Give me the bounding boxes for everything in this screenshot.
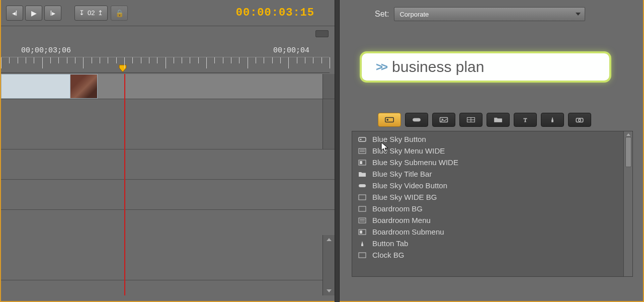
library-item[interactable]: Blue Sky Video Button xyxy=(352,180,623,191)
filter-text-button[interactable]: T xyxy=(514,113,537,127)
svg-rect-14 xyxy=(359,137,366,141)
panel-options-icon[interactable] xyxy=(315,30,329,37)
set-dropdown-value: Corporate xyxy=(399,11,429,18)
filter-camera-button[interactable] xyxy=(568,113,591,127)
step-back-button[interactable]: ◂I xyxy=(6,6,23,21)
svg-rect-10 xyxy=(552,121,553,122)
svg-point-12 xyxy=(579,119,581,122)
track-scroll-stub[interactable] xyxy=(323,99,335,149)
bg-icon xyxy=(357,194,367,200)
panel-divider[interactable] xyxy=(335,0,340,302)
filter-image-button[interactable] xyxy=(432,113,455,127)
svg-rect-20 xyxy=(360,161,362,164)
filter-folder-button[interactable] xyxy=(487,113,510,127)
library-item[interactable]: Button Tab xyxy=(352,238,623,249)
preview-label: business plan xyxy=(392,58,484,76)
filter-grid-button[interactable] xyxy=(459,113,482,127)
jog-right-icon: ↥ xyxy=(98,9,103,17)
library-item-label: Button Tab xyxy=(372,239,408,248)
jog-value: 02 xyxy=(88,9,95,17)
svg-rect-21 xyxy=(359,184,366,187)
ruler-end-label: 00;00;04 xyxy=(273,46,309,55)
bg-icon xyxy=(357,252,367,258)
empty-track-2[interactable] xyxy=(1,149,335,180)
scroll-up-icon[interactable] xyxy=(626,133,630,136)
library-item-label: Blue Sky Menu WIDE xyxy=(372,146,445,155)
playhead-line[interactable] xyxy=(124,74,125,295)
timeline-panel: ◂I ▶ I▸ ↧ 02 ↥ 🔒 00:00:03:15 00;00;03;06… xyxy=(0,0,335,302)
empty-track-3[interactable] xyxy=(1,180,335,210)
submenu-icon xyxy=(357,160,367,166)
svg-rect-28 xyxy=(360,231,362,234)
transport-bar: ◂I ▶ I▸ ↧ 02 ↥ 🔒 00:00:03:15 xyxy=(1,0,335,26)
svg-rect-23 xyxy=(359,206,366,211)
library-list: Blue Sky ButtonBlue Sky Menu WIDEBlue Sk… xyxy=(352,131,633,277)
filter-tab-button[interactable] xyxy=(541,113,564,127)
set-selector-row: Set: Corporate xyxy=(375,7,633,21)
video-track-1[interactable] xyxy=(1,74,335,99)
chevron-down-icon xyxy=(576,13,581,16)
library-item-label: Boardroom Menu xyxy=(372,216,431,224)
play-button[interactable]: ▶ xyxy=(25,6,42,21)
menu-icon xyxy=(357,217,367,223)
step-forward-button[interactable]: I▸ xyxy=(44,6,61,21)
time-ruler[interactable]: 00;00;03;06 00;00;04 xyxy=(1,46,335,73)
svg-rect-30 xyxy=(359,253,366,258)
ruler-start-label: 00;00;03;06 xyxy=(21,46,71,55)
empty-track-1[interactable] xyxy=(1,99,335,149)
scroll-up-icon[interactable] xyxy=(327,238,332,241)
library-item[interactable]: Clock BG xyxy=(352,249,623,261)
library-item[interactable]: Boardroom Menu xyxy=(352,214,623,226)
template-preview-button[interactable]: >> business plan xyxy=(360,51,611,83)
svg-rect-22 xyxy=(359,195,366,200)
jog-control[interactable]: ↧ 02 ↥ xyxy=(74,6,108,21)
lock-button[interactable]: 🔒 xyxy=(111,6,128,21)
library-scrollbar[interactable] xyxy=(623,131,632,276)
filter-pill-button[interactable] xyxy=(405,113,428,127)
empty-track-4[interactable] xyxy=(1,210,335,280)
tab-icon xyxy=(357,241,367,247)
library-item-label: Blue Sky Video Button xyxy=(372,181,447,190)
folder-icon xyxy=(357,171,367,177)
library-filter-bar: T xyxy=(378,113,633,127)
svg-point-15 xyxy=(360,138,362,140)
library-item-label: Blue Sky Submenu WIDE xyxy=(372,158,458,167)
library-item-label: Boardroom BG xyxy=(372,204,423,213)
library-item[interactable]: Blue Sky WIDE BG xyxy=(352,191,623,203)
tracks-area xyxy=(1,74,335,295)
svg-rect-16 xyxy=(359,148,366,154)
library-item-label: Blue Sky WIDE BG xyxy=(372,193,437,201)
library-panel: Set: Corporate >> business plan T xyxy=(340,0,644,302)
set-label: Set: xyxy=(375,10,389,19)
bg-icon xyxy=(357,206,367,212)
library-item-label: Boardroom Submenu xyxy=(372,228,444,236)
scroll-down-icon[interactable] xyxy=(327,289,332,292)
vertical-scrollbar[interactable] xyxy=(323,235,335,295)
scrollbar-thumb[interactable] xyxy=(625,137,631,167)
clip-thumbnail xyxy=(70,74,97,98)
library-item[interactable]: Blue Sky Submenu WIDE xyxy=(352,157,623,168)
playhead-marker-icon[interactable] xyxy=(118,64,127,72)
jog-left-icon: ↧ xyxy=(79,9,85,17)
submenu-icon xyxy=(357,229,367,235)
library-item-label: Blue Sky Title Bar xyxy=(372,170,432,178)
library-item[interactable]: Blue Sky Button xyxy=(352,133,623,145)
svg-text:T: T xyxy=(524,117,527,123)
library-item[interactable]: Boardroom Submenu xyxy=(352,226,623,238)
svg-rect-24 xyxy=(359,218,366,223)
library-item-label: Blue Sky Button xyxy=(372,135,426,143)
svg-rect-29 xyxy=(361,245,363,246)
library-item[interactable]: Blue Sky Menu WIDE xyxy=(352,145,623,157)
track-scroll-stub[interactable] xyxy=(323,74,335,99)
set-dropdown[interactable]: Corporate xyxy=(394,7,585,21)
library-item[interactable]: Blue Sky Title Bar xyxy=(352,168,623,180)
video-clip[interactable] xyxy=(1,74,98,99)
timecode-display[interactable]: 00:00:03:15 xyxy=(236,7,314,19)
svg-point-2 xyxy=(387,119,388,121)
library-item[interactable]: Boardroom BG xyxy=(352,203,623,214)
svg-rect-3 xyxy=(413,118,421,121)
svg-marker-0 xyxy=(119,65,126,72)
pill-icon xyxy=(357,183,367,189)
filter-all-button[interactable] xyxy=(378,113,401,127)
button-icon xyxy=(357,136,367,142)
